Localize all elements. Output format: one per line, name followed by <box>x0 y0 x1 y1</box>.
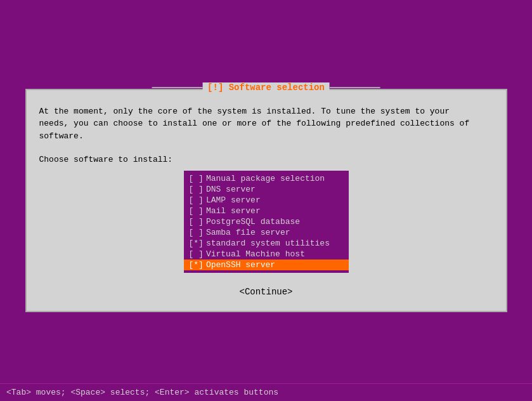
package-checkbox-samba-file-server: [ ] <box>189 228 204 237</box>
package-label-samba-file-server: Samba file server <box>206 228 290 237</box>
package-checkbox-postgresql-database: [ ] <box>189 217 204 227</box>
package-checkbox-openssh-server: [*] <box>189 260 204 270</box>
package-label-mail-server: Mail server <box>206 206 261 216</box>
package-list: [ ] Manual package selection[ ] DNS serv… <box>184 171 349 273</box>
screen: [!] Software selection At the moment, on… <box>0 0 532 401</box>
package-checkbox-manual-package-selection: [ ] <box>189 174 204 183</box>
package-checkbox-standard-system-utilities: [*] <box>189 239 204 248</box>
package-label-openssh-server: OpenSSH server <box>206 260 275 270</box>
package-checkbox-mail-server: [ ] <box>189 206 204 216</box>
choose-label: Choose software to install: <box>39 155 493 164</box>
package-item-dns-server[interactable]: [ ] DNS server <box>184 184 349 195</box>
package-item-openssh-server[interactable]: [*] OpenSSH server <box>184 260 349 270</box>
description-text: At the moment, only the core of the syst… <box>39 105 493 143</box>
package-item-standard-system-utilities[interactable]: [*] standard system utilities <box>184 238 349 249</box>
package-label-standard-system-utilities: standard system utilities <box>206 239 330 248</box>
package-checkbox-dns-server: [ ] <box>189 185 204 194</box>
package-item-mail-server[interactable]: [ ] Mail server <box>184 206 349 216</box>
status-bar-text: <Tab> moves; <Space> selects; <Enter> ac… <box>6 388 278 397</box>
status-bar: <Tab> moves; <Space> selects; <Enter> ac… <box>0 383 532 401</box>
package-label-manual-package-selection: Manual package selection <box>206 174 325 183</box>
dialog-title: [!] Software selection <box>202 82 330 93</box>
title-line-left <box>152 87 202 88</box>
description-line2: needs, you can choose to install one or … <box>39 117 493 130</box>
title-line-right <box>330 87 380 88</box>
package-item-postgresql-database[interactable]: [ ] PostgreSQL database <box>184 216 349 227</box>
continue-button[interactable]: <Continue> <box>234 286 297 298</box>
dialog-content: At the moment, only the core of the syst… <box>27 90 506 312</box>
package-label-dns-server: DNS server <box>206 185 256 194</box>
package-item-virtual-machine-host[interactable]: [ ] Virtual Machine host <box>184 249 349 260</box>
package-label-postgresql-database: PostgreSQL database <box>206 217 300 227</box>
package-checkbox-lamp-server: [ ] <box>189 195 204 205</box>
package-checkbox-virtual-machine-host: [ ] <box>189 249 204 259</box>
description-line3: software. <box>39 130 493 143</box>
dialog-title-bar: [!] Software selection <box>152 82 380 93</box>
dialog-box: [!] Software selection At the moment, on… <box>25 89 507 313</box>
description-line1: At the moment, only the core of the syst… <box>39 105 493 118</box>
package-item-manual-package-selection[interactable]: [ ] Manual package selection <box>184 173 349 184</box>
package-label-lamp-server: LAMP server <box>206 195 261 205</box>
package-item-samba-file-server[interactable]: [ ] Samba file server <box>184 227 349 238</box>
package-item-lamp-server[interactable]: [ ] LAMP server <box>184 195 349 206</box>
package-label-virtual-machine-host: Virtual Machine host <box>206 249 305 259</box>
